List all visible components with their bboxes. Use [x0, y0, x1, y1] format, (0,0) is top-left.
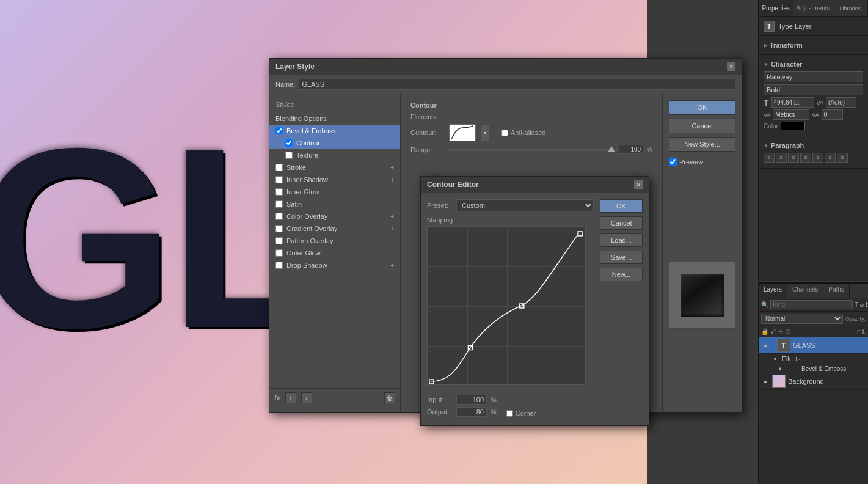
fill-label: Fill: [857, 329, 866, 335]
align-center-btn[interactable]: ≡ [776, 153, 787, 163]
cancel-button[interactable]: Cancel [669, 119, 735, 133]
satin-checkbox[interactable] [275, 200, 283, 208]
bevel-emboss-effect[interactable]: ● Bevel & Emboss [773, 364, 868, 373]
bg-visibility-icon[interactable]: ● [761, 377, 770, 386]
type-layer-section: T Type Layer [759, 17, 868, 36]
stroke-checkbox[interactable] [275, 164, 283, 171]
contour-editor-close-button[interactable]: ✕ [634, 180, 643, 189]
drop-shadow-add-icon[interactable]: + [390, 262, 394, 269]
kerning-icon: VA [764, 112, 770, 118]
range-slider[interactable] [448, 148, 615, 151]
output-row: Output: % Corner [427, 407, 643, 417]
align-right-btn[interactable]: ≡ [788, 153, 799, 163]
inner-glow-checkbox[interactable] [275, 188, 283, 196]
tracking-input[interactable] [822, 109, 843, 120]
contour-main-section: Contour Elements Contour: ▾ Anti-a [410, 101, 652, 154]
tab-adjustments[interactable]: Adjustments [793, 0, 833, 16]
font-size-input[interactable] [771, 97, 814, 108]
menu-contour[interactable]: Contour [269, 137, 400, 149]
color-overlay-add-icon[interactable]: + [390, 213, 394, 220]
contour-new-button[interactable]: New... [600, 268, 643, 281]
contour-checkbox[interactable] [285, 139, 293, 147]
font-style-input[interactable] [764, 84, 863, 95]
bevel-emboss-vis-icon[interactable]: ● [776, 364, 784, 373]
menu-pattern-overlay[interactable]: Pattern Overlay [269, 235, 400, 247]
layer-style-close-button[interactable]: ✕ [727, 62, 735, 71]
menu-blending-options[interactable]: Blending Options [269, 112, 400, 125]
align-justify-left-btn[interactable]: ≡ [800, 153, 811, 163]
menu-inner-shadow[interactable]: Inner Shadow + [269, 174, 400, 186]
menu-bevel-emboss[interactable]: Bevel & Emboss [269, 125, 400, 137]
fx-delete-button[interactable]: 🗑 [384, 392, 395, 403]
name-input[interactable] [299, 79, 735, 90]
gradient-overlay-checkbox[interactable] [275, 225, 283, 232]
gradient-overlay-add-icon[interactable]: + [390, 226, 394, 232]
outer-glow-checkbox[interactable] [275, 249, 283, 257]
menu-inner-glow[interactable]: Inner Glow [269, 186, 400, 198]
move-lock-icon: ✛ [778, 328, 783, 335]
anti-aliased-checkbox[interactable] [501, 130, 508, 136]
preset-select[interactable]: Custom [456, 199, 594, 211]
font-name-row [764, 72, 863, 82]
contour-load-button[interactable]: Load... [600, 233, 643, 247]
menu-satin[interactable]: Satin [269, 198, 400, 210]
effects-label: Effects [782, 356, 800, 362]
corner-label: Corner [516, 409, 536, 417]
menu-color-overlay[interactable]: Color Overlay + [269, 210, 400, 222]
transform-header[interactable]: ▶ Transform [764, 40, 863, 51]
align-left-btn[interactable]: ≡ [764, 153, 775, 163]
character-header[interactable]: ▼ Character [764, 59, 863, 70]
input-value[interactable] [456, 395, 487, 405]
stroke-add-icon[interactable]: + [390, 164, 394, 171]
kerning-input[interactable] [773, 109, 809, 120]
layer-background[interactable]: ● Background [759, 373, 868, 390]
ok-button[interactable]: OK [669, 100, 735, 115]
color-overlay-checkbox[interactable] [275, 213, 283, 220]
layers-search-input[interactable] [770, 300, 853, 309]
fx-up-button[interactable]: ↑ [285, 392, 296, 403]
color-row: Color [764, 122, 863, 130]
contour-curve-area[interactable] [427, 226, 586, 385]
new-style-button[interactable]: New Style... [669, 137, 735, 152]
menu-texture[interactable]: Texture [269, 149, 400, 161]
fx-down-button[interactable]: ↓ [301, 392, 312, 403]
effects-vis-icon[interactable]: ● [771, 354, 779, 363]
layer-glass[interactable]: ● T GLASS [759, 337, 868, 354]
tab-layers[interactable]: Layers [759, 284, 787, 298]
menu-drop-shadow[interactable]: Drop Shadow + [269, 259, 400, 271]
font-name-input[interactable] [764, 72, 863, 82]
character-section: ▼ Character T VA VA VA Color [759, 55, 868, 136]
contour-preview[interactable] [449, 124, 476, 141]
preview-checkbox[interactable] [669, 158, 677, 166]
contour-editor-buttons: OK Cancel Load... Save... New... [600, 199, 643, 385]
blend-mode-select[interactable]: Normal [761, 314, 843, 324]
tab-channels[interactable]: Channels [787, 284, 823, 298]
drop-shadow-checkbox[interactable] [275, 262, 283, 269]
color-swatch[interactable] [781, 122, 805, 130]
paragraph-header[interactable]: ▼ Paragraph [764, 140, 863, 151]
range-value-input[interactable] [619, 145, 643, 154]
contour-cancel-button[interactable]: Cancel [600, 216, 643, 230]
align-justify-right-btn[interactable]: ≡ [825, 153, 836, 163]
glass-visibility-icon[interactable]: ● [761, 341, 770, 350]
align-justify-center-btn[interactable]: ≡ [812, 153, 823, 163]
tab-paths[interactable]: Paths [823, 284, 850, 298]
align-justify-all-btn[interactable]: ≡ [837, 153, 848, 163]
menu-stroke[interactable]: Stroke + [269, 161, 400, 174]
menu-gradient-overlay[interactable]: Gradient Overlay + [269, 222, 400, 235]
bevel-emboss-checkbox[interactable] [275, 127, 283, 134]
blend-opacity-row: Normal Opacity: [759, 312, 868, 326]
tab-libraries[interactable]: Libraries [833, 0, 868, 16]
contour-ok-button[interactable]: OK [600, 199, 643, 213]
contour-dropdown-button[interactable]: ▾ [481, 124, 489, 141]
menu-outer-glow[interactable]: Outer Glow [269, 247, 400, 259]
inner-shadow-checkbox[interactable] [275, 176, 283, 183]
texture-checkbox[interactable] [285, 152, 293, 159]
tab-properties[interactable]: Properties [759, 0, 793, 16]
pattern-overlay-checkbox[interactable] [275, 237, 283, 244]
contour-save-button[interactable]: Save... [600, 251, 643, 264]
inner-shadow-add-icon[interactable]: + [390, 177, 394, 183]
output-value[interactable] [456, 407, 487, 417]
corner-checkbox[interactable] [506, 410, 513, 417]
leading-input[interactable] [826, 97, 856, 108]
